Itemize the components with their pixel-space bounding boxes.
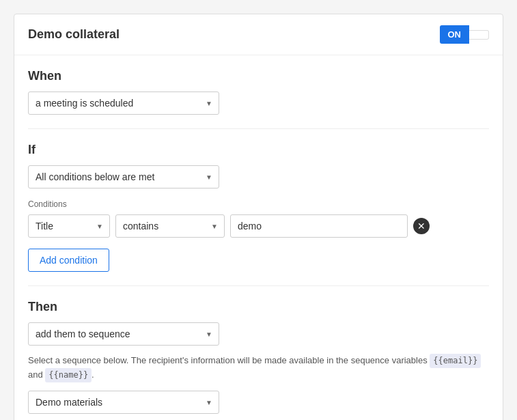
if-section: If All conditions below are met Any cond… [28,143,489,188]
remove-condition-button[interactable]: ✕ [413,218,430,234]
info-after: . [92,369,94,380]
sequence-select-wrapper: Demo materials Onboarding sequence Follo… [28,391,219,414]
if-select[interactable]: All conditions below are met Any conditi… [28,165,219,188]
condition-value-wrapper [230,214,408,238]
card-body: When a meeting is scheduled a form is su… [14,55,503,420]
toggle-container: ON [440,25,490,44]
then-select[interactable]: add them to sequence send an email add a… [28,322,219,346]
toggle-on-button[interactable]: ON [440,25,470,44]
divider-1 [28,128,489,129]
card-title: Demo collateral [28,27,120,42]
divider-2 [28,285,489,286]
when-section: When a meeting is scheduled a form is su… [28,69,489,115]
conditions-label: Conditions [28,199,489,209]
then-select-wrapper: add them to sequence send an email add a… [28,322,219,346]
email-variable: {{email}} [430,354,481,368]
then-label: Then [28,300,489,314]
then-section: Then add them to sequence send an email … [28,300,489,346]
when-label: When [28,69,489,83]
condition-field-wrapper: Title Email Name Company [28,214,110,238]
info-before: Select a sequence below. The recipient's… [28,355,430,365]
add-condition-button[interactable]: Add condition [28,249,109,272]
card-header: Demo collateral ON [14,14,503,55]
sequence-section: Select a sequence below. The recipient's… [28,354,489,414]
condition-field-select[interactable]: Title Email Name Company [28,214,110,238]
info-middle: and [28,369,45,380]
when-select[interactable]: a meeting is scheduled a form is submitt… [28,92,219,115]
conditions-section: Conditions Title Email Name Company cont… [28,199,489,272]
toggle-off-area[interactable] [469,30,489,40]
condition-operator-select[interactable]: contains does not contain equals starts … [115,214,225,238]
main-card: Demo collateral ON When a meeting is sch… [14,14,503,420]
when-select-wrapper: a meeting is scheduled a form is submitt… [28,92,219,115]
condition-operator-wrapper: contains does not contain equals starts … [115,214,225,238]
if-select-wrapper: All conditions below are met Any conditi… [28,165,219,188]
sequence-select[interactable]: Demo materials Onboarding sequence Follo… [28,391,219,414]
name-variable: {{name}} [45,368,92,382]
condition-value-input[interactable] [230,214,408,238]
condition-row: Title Email Name Company contains does n… [28,214,489,238]
if-label: If [28,143,489,157]
sequence-info-text: Select a sequence below. The recipient's… [28,354,489,382]
